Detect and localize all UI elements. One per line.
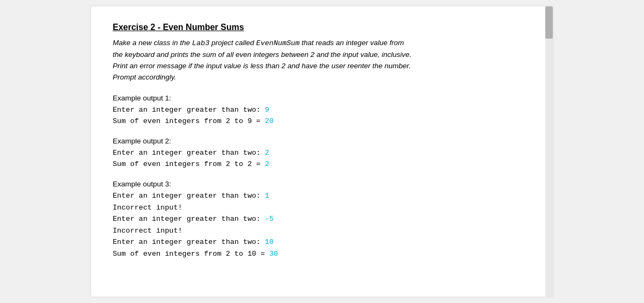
desc-code1: Lab3 [192,39,209,47]
desc-code2: EvenNumSum [256,39,299,47]
example3-value3: 10 [265,238,274,246]
page-container: Exercise 2 - Even Number Sums Make a new… [91,6,553,297]
example-section-2: Example output 2: Enter an integer great… [113,137,531,170]
example3-line5: Enter an integer greater than two: 10 [113,236,531,248]
example2-line2: Sum of even integers from 2 to 2 = 2 [113,158,531,170]
description: Make a new class in the Lab3 project cal… [113,38,531,83]
example1-line1: Enter an integer greater than two: 9 [113,104,531,116]
scrollbar[interactable] [545,6,553,297]
example3-value1: 1 [265,192,269,200]
example-label-3: Example output 3: [113,180,531,188]
example3-line3: Enter an integer greater than two: -5 [113,213,531,225]
example3-line2: Incorrect input! [113,202,531,214]
example2-line1: Enter an integer greater than two: 2 [113,147,531,159]
example-code-1: Enter an integer greater than two: 9 Sum… [113,104,531,127]
example1-line2: Sum of even integers from 2 to 9 = 20 [113,116,531,127]
example2-value2: 2 [265,160,269,168]
exercise-title: Exercise 2 - Even Number Sums [113,23,531,32]
example-code-2: Enter an integer greater than two: 2 Sum… [113,147,531,170]
example3-line6: Sum of even integers from 2 to 10 = 30 [113,248,531,260]
example1-value2: 20 [265,117,274,125]
desc-line1-part1: Make a new class in the [113,39,192,47]
scrollbar-thumb[interactable] [545,6,553,39]
example-label-2: Example output 2: [113,137,531,145]
example3-line4: Incorrect input! [113,225,531,237]
example-label-1: Example output 1: [113,94,531,102]
desc-line1-part2: project called [209,39,256,47]
example3-line1: Enter an integer greater than two: 1 [113,190,531,202]
example1-value1: 9 [265,106,269,114]
example-section-3: Example output 3: Enter an integer great… [113,180,531,260]
example-code-3: Enter an integer greater than two: 1 Inc… [113,190,531,260]
example3-value2: -5 [265,215,274,223]
example3-value4: 30 [269,250,278,258]
example2-value1: 2 [265,149,269,157]
example-section-1: Example output 1: Enter an integer great… [113,94,531,127]
